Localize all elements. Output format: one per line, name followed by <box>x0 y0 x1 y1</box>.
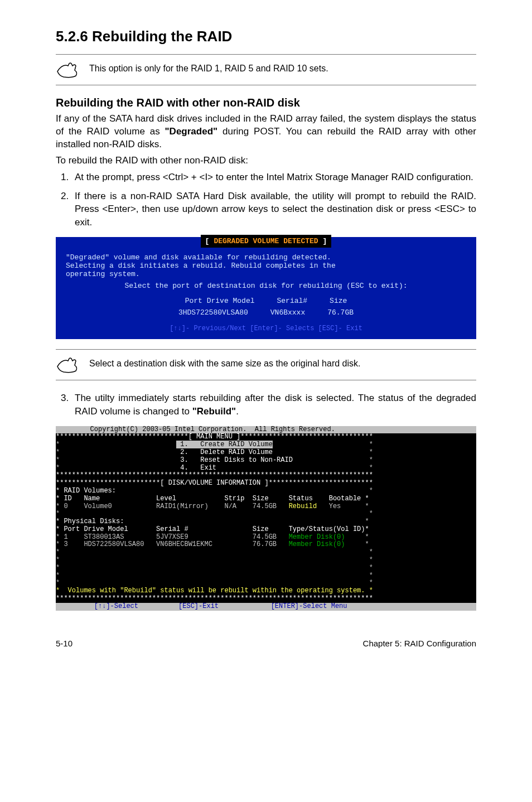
term-data-row: 3HDS722580VLSA80 VN6Bxxxx 76.7GB <box>66 308 466 317</box>
bios-copyright: Copyright(C) 2003-05 Intel Corporation. … <box>56 426 476 434</box>
paragraph-1: If any of the SATA hard disk drives incl… <box>56 113 476 151</box>
note-box-2: Select a destination disk with the same … <box>56 349 476 380</box>
title-bracket-l: [ <box>205 237 210 245</box>
degraded-volume-terminal: [DEGRADED VOLUME DETECTED] "Degraded" vo… <box>56 237 476 339</box>
footer-page-number: 5-10 <box>56 639 72 648</box>
p1-bold: "Degraded" <box>165 126 218 137</box>
bios-border-1: ****************************************… <box>56 471 373 479</box>
bios-screenshot: Copyright(C) 2003-05 Intel Corporation. … <box>56 426 476 611</box>
hdr-port: Port Drive Model <box>185 297 255 305</box>
steps-list-cont: The utilty immediately starts rebuilding… <box>56 392 476 418</box>
term-line-3: operating system. <box>66 270 466 278</box>
step-1: At the prompt, press <Ctrl> + <I> to ent… <box>71 171 476 184</box>
step-3: The utilty immediately starts rebuilding… <box>71 392 476 418</box>
bios-menu-delete: 2. Delete RAID Volume <box>176 448 273 456</box>
title-text: DEGRADED VOLUME DETECTED <box>209 236 322 247</box>
term-line-4: Select the port of destination disk for … <box>66 282 466 290</box>
bios-vol-cols: * ID Name Level Strip Size Status Bootab… <box>56 495 369 503</box>
term-line-2: Selecting a disk initiates a rebuild. Re… <box>66 262 466 270</box>
section-title: 5.2.6 Rebuilding the RAID <box>56 28 476 45</box>
terminal-titlebar: [DEGRADED VOLUME DETECTED] <box>66 235 466 248</box>
term-header-row: Port Drive Model Serial# Size <box>66 297 466 305</box>
bios-member-1: Member Disk(0) <box>289 533 345 541</box>
term-line-1: "Degraded" volume and disk available for… <box>66 253 466 262</box>
row-port: 3HDS722580VLSA80 <box>178 308 248 317</box>
section-title-text: Rebuilding the RAID <box>92 28 232 45</box>
bios-info-border: **************************[ DISK/VOLUME … <box>56 479 373 487</box>
note-text: This option is only for the RAID 1, RAID… <box>89 60 328 75</box>
title-bracket-r: ] <box>323 237 327 245</box>
step-2: If there is a non-RAID SATA Hard Disk av… <box>71 190 476 229</box>
bios-status-rebuild: Rebuild <box>289 503 317 510</box>
bios-warn: * Volumes with "Rebuild" status will be … <box>56 587 373 595</box>
step3-b: . <box>236 406 239 417</box>
row-size: 76.7GB <box>327 308 354 317</box>
paragraph-2: To rebuild the RAID with other non-RAID … <box>56 154 476 167</box>
bios-menu-reset: 3. Reset Disks to Non-RAID <box>176 456 293 464</box>
step3-a: The utilty immediately starts rebuilding… <box>75 393 476 417</box>
row-serial: VN6Bxxxx <box>270 308 305 317</box>
hdr-serial: Serial# <box>277 297 308 305</box>
term-hint: [↑↓]- Previous/Next [Enter]- Selects [ES… <box>66 325 466 332</box>
bios-phy-cols: * Port Drive Model Serial # Size Type/St… <box>56 525 369 533</box>
bios-member-2: Member Disk(0) <box>289 540 345 548</box>
note-text-2: Select a destination disk with the same … <box>89 355 360 370</box>
subheading: Rebuilding the RAID with other non-RAID … <box>56 96 476 109</box>
bios-menu-border: *********************************[ MAIN … <box>56 433 373 441</box>
bios-phy-header: * Physical Disks: <box>56 518 124 525</box>
note-hand-icon <box>56 60 80 79</box>
bios-menu-create: 1. Create RAID Volume <box>176 441 273 448</box>
bios-vol-header: * RAID Volumes: <box>56 487 116 495</box>
bios-border-2: ****************************************… <box>56 595 373 602</box>
steps-list: At the prompt, press <Ctrl> + <I> to ent… <box>56 171 476 229</box>
step3-bold: "Rebuild" <box>192 406 236 417</box>
footer-chapter: Chapter 5: RAID Configuration <box>363 639 476 648</box>
bios-bottombar: [↑↓]-Select [ESC]-Exit [ENTER]-Select Me… <box>56 603 476 611</box>
section-number: 5.2.6 <box>56 28 88 45</box>
note-hand-icon <box>56 355 80 374</box>
note-box-1: This option is only for the RAID 1, RAID… <box>56 54 476 85</box>
bios-menu-exit: 4. Exit <box>176 464 216 472</box>
hdr-size: Size <box>330 297 347 305</box>
page-footer: 5-10 Chapter 5: RAID Configuration <box>56 639 476 665</box>
